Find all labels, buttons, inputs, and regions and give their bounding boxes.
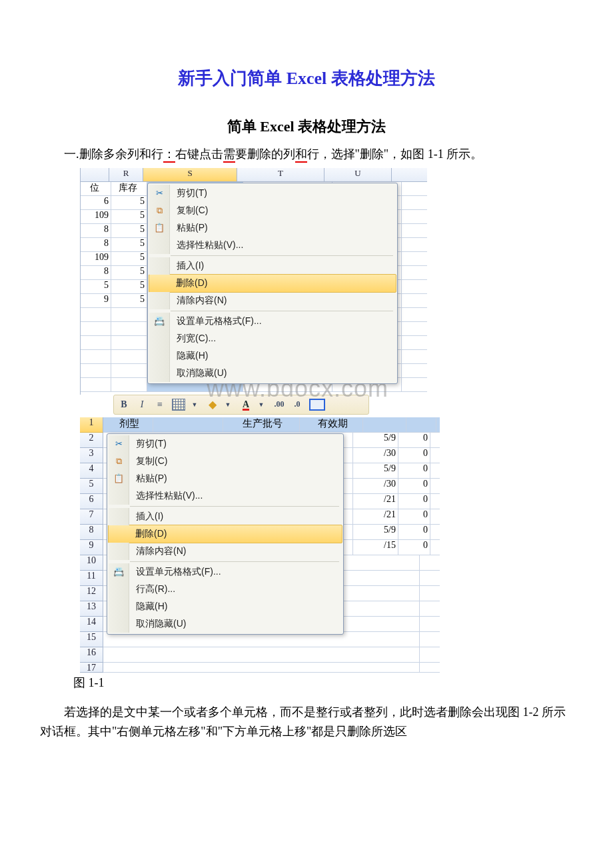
menu-format-cells[interactable]: 📇设置单元格格式(F)...: [149, 313, 396, 330]
row-header-2[interactable]: 2: [80, 433, 103, 448]
merge-icon: [309, 399, 325, 411]
menu-clear[interactable]: 清除内容(N): [109, 543, 342, 560]
cut-icon: ✂: [115, 439, 123, 449]
menu-cut[interactable]: ✂剪切(T): [149, 185, 396, 202]
row-header-16[interactable]: 16: [80, 647, 103, 663]
paste-icon: 📋: [113, 473, 124, 483]
p1-pre: 一.删除多余列和行: [64, 147, 163, 161]
row-context-menu: ✂剪切(T) ⧉复制(C) 📋粘贴(P) 选择性粘贴(V)... 插入(I) 删…: [107, 433, 344, 635]
row-header-10[interactable]: 10: [80, 555, 103, 571]
menu-copy[interactable]: ⧉复制(C): [109, 453, 342, 470]
p1-seg4: 和: [295, 147, 307, 163]
menu-unhide[interactable]: 取消隐藏(U): [109, 615, 342, 633]
font-color-button[interactable]: A: [240, 397, 252, 412]
fill-color-button[interactable]: ◆: [207, 397, 219, 412]
page-title: 新手入门简单 Excel 表格处理方法: [40, 67, 573, 90]
cut-icon: ✂: [156, 188, 163, 198]
menu-paste[interactable]: 📋粘贴(P): [109, 470, 342, 487]
menu-paste-special[interactable]: 选择性粘贴(V)...: [149, 237, 396, 254]
sheet1-hcell-0[interactable]: 位: [81, 182, 111, 195]
menu-insert[interactable]: 插入(I): [109, 508, 342, 525]
p1-seg2: 需: [223, 147, 235, 163]
figure-1-1: R S T U 位 库存 65 1095 85 85 1095: [80, 168, 433, 668]
sheet1: R S T U 位 库存 65 1095 85 85 1095: [80, 168, 427, 395]
row-header-7[interactable]: 7: [80, 509, 103, 525]
row-header-14[interactable]: 14: [80, 617, 103, 632]
borders-button[interactable]: [172, 397, 185, 412]
row-header-1[interactable]: 1: [80, 417, 103, 433]
align-button[interactable]: ≡: [154, 397, 166, 412]
menu-paste-special[interactable]: 选择性粘贴(V)...: [109, 487, 342, 505]
column-context-menu: ✂剪切(T) ⧉复制(C) 📋粘贴(P) 选择性粘贴(V)... 插入(I) 删…: [147, 183, 398, 384]
menu-separator: [130, 506, 339, 507]
p1-seg3: 要删除的列: [235, 147, 295, 161]
row-header-5[interactable]: 5: [80, 479, 103, 494]
fill-color-dropdown[interactable]: ▼: [222, 397, 234, 412]
sheet1-hcell-1[interactable]: 库存: [111, 182, 147, 195]
sheet1-column-headers: R S T U: [81, 168, 427, 182]
col-header-R[interactable]: R: [109, 168, 143, 181]
p1-seg1: 右键点击: [175, 147, 223, 161]
p1-seg5: 行，选择"删除"，如图 1-1 所示。: [307, 147, 483, 161]
col-header-U[interactable]: U: [324, 168, 392, 181]
font-color-dropdown[interactable]: ▼: [255, 397, 267, 412]
p1-colon: ：: [163, 147, 175, 163]
col-header-blank[interactable]: [81, 168, 109, 181]
row-header-4[interactable]: 4: [80, 463, 103, 479]
menu-paste[interactable]: 📋粘贴(P): [149, 219, 396, 237]
row-header-15[interactable]: 15: [80, 632, 103, 647]
menu-hide[interactable]: 隐藏(H): [109, 598, 342, 615]
menu-separator: [171, 311, 393, 311]
menu-separator: [130, 561, 339, 562]
copy-icon: ⧉: [116, 456, 122, 467]
menu-clear[interactable]: 清除内容(N): [149, 292, 396, 309]
menu-format-cells[interactable]: 📇设置单元格格式(F)...: [109, 563, 342, 581]
sheet2-block: B I ≡ ▼ ◆ ▼ A ▼ .00 .0 1 剂型 生产批号 有效: [80, 395, 440, 668]
paste-icon: 📋: [154, 223, 165, 233]
bold-button[interactable]: B: [118, 397, 130, 412]
borders-icon: [172, 399, 185, 411]
row-header-9[interactable]: 9: [80, 540, 103, 555]
increase-decimal-button[interactable]: .00: [273, 397, 285, 412]
format-icon: 📇: [113, 567, 124, 577]
figure-caption-1-1: 图 1-1: [73, 675, 573, 691]
page-subtitle: 简单 Excel 表格处理方法: [40, 117, 573, 137]
menu-cut[interactable]: ✂剪切(T): [109, 435, 342, 453]
row-header-3[interactable]: 3: [80, 448, 103, 463]
row-header-6[interactable]: 6: [80, 494, 103, 509]
menu-hide[interactable]: 隐藏(H): [149, 347, 396, 365]
col-header-S-selected[interactable]: S: [143, 168, 237, 181]
italic-button[interactable]: I: [136, 397, 148, 412]
col-header-T[interactable]: T: [237, 168, 324, 181]
paragraph-2: 若选择的是文中某一个或者多个单元格，而不是整行或者整列，此时选者删除会出现图 1…: [40, 703, 573, 741]
menu-delete[interactable]: 删除(D): [149, 274, 396, 293]
row-header-17[interactable]: 17: [80, 663, 103, 673]
row-header-12[interactable]: 12: [80, 586, 103, 601]
mini-toolbar: B I ≡ ▼ ◆ ▼ A ▼ .00 .0: [113, 395, 369, 415]
menu-unhide[interactable]: 取消隐藏(U): [149, 365, 396, 382]
merge-button[interactable]: [309, 397, 325, 412]
menu-insert[interactable]: 插入(I): [149, 257, 396, 275]
row-header-13[interactable]: 13: [80, 601, 103, 617]
menu-row-height[interactable]: 行高(R)...: [109, 581, 342, 598]
copy-icon: ⧉: [157, 205, 163, 216]
decrease-decimal-button[interactable]: .0: [291, 397, 303, 412]
paragraph-1: 一.删除多余列和行：右键点击需要删除的列和行，选择"删除"，如图 1-1 所示。: [40, 145, 573, 164]
row-header-11[interactable]: 11: [80, 571, 103, 586]
borders-dropdown[interactable]: ▼: [189, 397, 201, 412]
format-icon: 📇: [154, 316, 165, 326]
menu-separator: [171, 255, 393, 256]
row-header-8[interactable]: 8: [80, 525, 103, 540]
menu-column-width[interactable]: 列宽(C)...: [149, 330, 396, 347]
menu-delete[interactable]: 删除(D): [108, 525, 342, 543]
menu-copy[interactable]: ⧉复制(C): [149, 202, 396, 219]
